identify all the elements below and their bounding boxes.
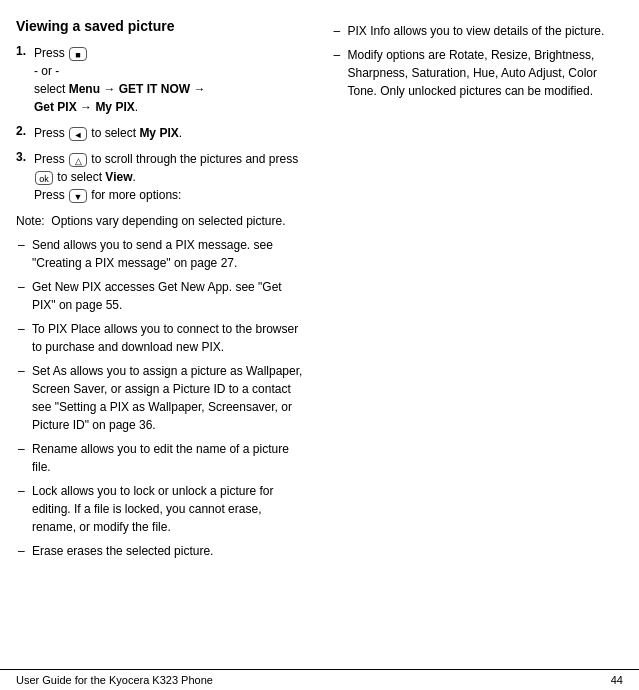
bullet-dash-6: – <box>18 482 26 536</box>
step-1-content: Press ■ - or - select Menu → GET IT NOW … <box>34 44 205 116</box>
bullet-dash-3: – <box>18 320 26 356</box>
bullet-setas: – Set As allows you to assign a picture … <box>18 362 308 434</box>
bullet-modify: – Modify options are Rotate, Resize, Bri… <box>334 46 624 100</box>
bullet-text-getnewpix: Get New PIX accesses Get New App. see "G… <box>32 278 308 314</box>
bullet-rename: – Rename allows you to edit the name of … <box>18 440 308 476</box>
step-1: 1. Press ■ - or - select Menu → GET IT N… <box>16 44 308 116</box>
bullet-dash-4: – <box>18 362 26 434</box>
bullet-text-rename: Rename allows you to edit the name of a … <box>32 440 308 476</box>
camera-icon: ■ <box>69 47 87 61</box>
bullet-list-left: – Send allows you to send a PIX message.… <box>18 236 308 560</box>
bullet-text-topixplace: To PIX Place allows you to connect to th… <box>32 320 308 356</box>
bullet-list-right: – PIX Info allows you to view details of… <box>334 22 624 100</box>
footer-right-text: 44 <box>611 674 623 686</box>
bullet-text-pixinfo: PIX Info allows you to view details of t… <box>348 22 624 40</box>
bullet-send: – Send allows you to send a PIX message.… <box>18 236 308 272</box>
step-2: 2. Press ◄ to select My PIX. <box>16 124 308 142</box>
bullet-erase: – Erase erases the selected picture. <box>18 542 308 560</box>
step-3: 3. Press △ to scroll through the picture… <box>16 150 308 204</box>
footer-left-text: User Guide for the Kyocera K323 Phone <box>16 674 213 686</box>
bullet-dash-r2: – <box>334 46 342 100</box>
bullet-dash-5: – <box>18 440 26 476</box>
bullet-text-send: Send allows you to send a PIX message. s… <box>32 236 308 272</box>
step-2-content: Press ◄ to select My PIX. <box>34 124 182 142</box>
nav-left-icon: ◄ <box>69 127 87 141</box>
page: Viewing a saved picture 1. Press ■ - or … <box>0 0 639 690</box>
main-content: Viewing a saved picture 1. Press ■ - or … <box>0 0 639 669</box>
bullet-text-erase: Erase erases the selected picture. <box>32 542 308 560</box>
bullet-dash-1: – <box>18 236 26 272</box>
bullet-dash-r1: – <box>334 22 342 40</box>
right-column: – PIX Info allows you to view details of… <box>320 18 624 659</box>
page-title: Viewing a saved picture <box>16 18 308 34</box>
left-column: Viewing a saved picture 1. Press ■ - or … <box>16 18 320 659</box>
bullet-text-setas: Set As allows you to assign a picture as… <box>32 362 308 434</box>
note-label: Note: <box>16 214 45 228</box>
step-2-number: 2. <box>16 124 30 142</box>
bullet-dash-7: – <box>18 542 26 560</box>
bullet-text-modify: Modify options are Rotate, Resize, Brigh… <box>348 46 624 100</box>
page-footer: User Guide for the Kyocera K323 Phone 44 <box>0 669 639 690</box>
note: Note: Options vary depending on selected… <box>16 212 308 230</box>
bullet-topixplace: – To PIX Place allows you to connect to … <box>18 320 308 356</box>
scroll-icon: △ <box>69 153 87 167</box>
bullet-text-lock: Lock allows you to lock or unlock a pict… <box>32 482 308 536</box>
step-1-number: 1. <box>16 44 30 116</box>
note-text: Options vary depending on selected pictu… <box>51 214 285 228</box>
bullet-pixinfo: – PIX Info allows you to view details of… <box>334 22 624 40</box>
step-3-content: Press △ to scroll through the pictures a… <box>34 150 308 204</box>
menu-icon: ▼ <box>69 189 87 203</box>
ok-icon: ok <box>35 171 53 185</box>
bullet-dash-2: – <box>18 278 26 314</box>
bullet-lock: – Lock allows you to lock or unlock a pi… <box>18 482 308 536</box>
bullet-getnewpix: – Get New PIX accesses Get New App. see … <box>18 278 308 314</box>
step-3-number: 3. <box>16 150 30 204</box>
